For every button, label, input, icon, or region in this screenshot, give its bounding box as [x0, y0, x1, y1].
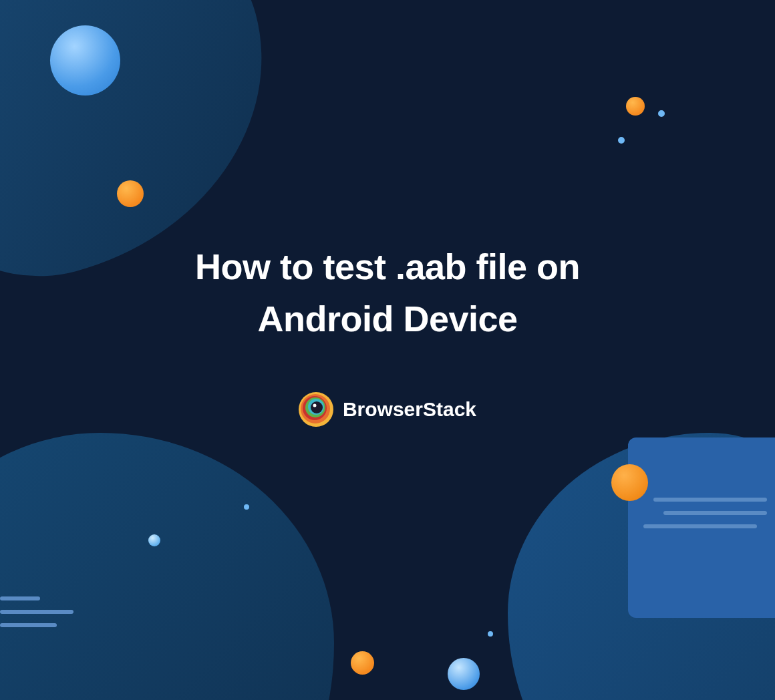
brand-lockup: BrowserStack [0, 392, 775, 427]
background-blob-bottom-left [0, 433, 334, 700]
browserstack-logo-icon [299, 392, 333, 427]
decorative-circle-orange-large [611, 464, 648, 501]
decorative-dot-blue [488, 631, 493, 637]
svg-point-5 [311, 401, 323, 413]
decorative-dot-blue [244, 504, 249, 510]
decorative-dot-blue [658, 110, 665, 117]
decorative-circle-orange [626, 97, 645, 116]
svg-point-6 [313, 403, 316, 407]
decorative-circle-blue [448, 658, 480, 690]
decorative-lines-right [643, 498, 767, 538]
decorative-circle-orange [351, 651, 374, 675]
decorative-dot-blue [618, 137, 625, 144]
brand-name: BrowserStack [343, 398, 476, 421]
decorative-lines-left [0, 596, 73, 637]
title-line-1: How to test .aab file on [195, 246, 580, 287]
decorative-circle-orange [117, 180, 144, 207]
title-line-2: Android Device [257, 299, 517, 339]
page-title: How to test .aab file on Android Device [0, 240, 775, 345]
hero-content: How to test .aab file on Android Device … [0, 240, 775, 427]
decorative-circle-large-blue [50, 25, 120, 96]
decorative-circle-blue-small [148, 534, 160, 546]
